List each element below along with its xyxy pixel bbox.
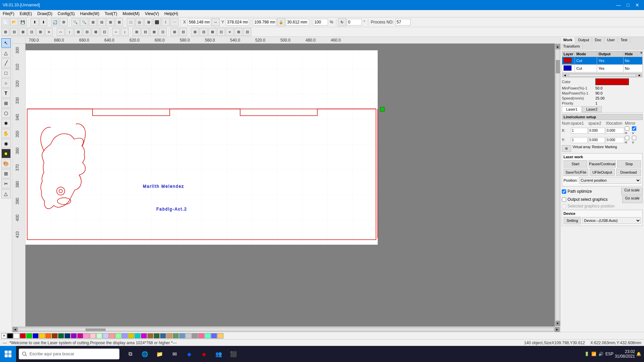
scroll-left-button[interactable]: ◄ <box>13 327 17 332</box>
extra-btn-7[interactable]: ⊟ <box>243 28 251 36</box>
lock-btn[interactable]: 🔒 <box>277 18 285 26</box>
grid-snap[interactable]: ⊟ <box>179 28 187 36</box>
color-value-swatch[interactable] <box>595 78 629 85</box>
layer-row-2[interactable]: Cut Yes No <box>562 65 643 72</box>
menu-draw[interactable]: Draw(D) <box>35 11 55 17</box>
open-button[interactable]: 📂 <box>10 18 18 26</box>
palette-magenta[interactable] <box>77 333 83 339</box>
x-mirror-v-label[interactable]: V <box>632 126 638 135</box>
node-btn-1[interactable]: ↔ <box>112 28 120 36</box>
minimize-button[interactable]: — <box>614 1 623 9</box>
align-btn-5[interactable]: ⊞ <box>36 28 44 36</box>
tab-work[interactable]: Work <box>560 37 575 43</box>
view-group[interactable]: ⋯ <box>170 18 178 26</box>
scroll-right-button[interactable]: ► <box>555 327 559 332</box>
palette-white[interactable] <box>13 333 19 339</box>
start-button-taskbar[interactable] <box>0 346 16 362</box>
curve-tool[interactable]: △ <box>1 189 11 198</box>
palette-salmon[interactable] <box>109 333 115 339</box>
transform-btn-6[interactable]: ⊡ <box>100 28 108 36</box>
hand-tool[interactable]: ✋ <box>1 129 11 138</box>
palette-dark-green[interactable] <box>58 333 64 339</box>
align-btn-2[interactable]: ⊟ <box>10 28 18 36</box>
position-select[interactable]: Current position <box>579 177 641 184</box>
x-mirror-h-label[interactable]: H <box>625 126 631 135</box>
x-num-input[interactable] <box>571 128 588 134</box>
palette-tan[interactable] <box>147 333 153 339</box>
rect-tool[interactable]: □ <box>1 68 11 78</box>
eraser-tool[interactable]: ◉ <box>1 139 11 148</box>
layer-hide-1[interactable]: No <box>623 57 642 65</box>
menu-tool[interactable]: Tool(T) <box>102 11 120 17</box>
menu-help[interactable]: Help(H) <box>162 11 181 17</box>
polygon-tool[interactable]: ⬡ <box>1 109 11 118</box>
cut-tool[interactable]: ✂ <box>1 179 11 188</box>
layer-row-1[interactable]: Cut Yes No <box>562 57 643 65</box>
palette-purple[interactable] <box>71 333 77 339</box>
print-button[interactable]: 🔄 <box>51 18 59 26</box>
start-button[interactable]: Start <box>564 160 587 168</box>
node-edit-tool[interactable]: △ <box>1 48 11 58</box>
menu-handle[interactable]: Handle(W) <box>77 11 102 17</box>
edge-icon[interactable]: 🌐 <box>138 347 152 361</box>
palette-yellow[interactable] <box>39 333 45 339</box>
transform-btn-2[interactable]: ↕ <box>65 28 73 36</box>
save-button[interactable]: 💾 <box>19 18 27 26</box>
layer-scroll-right[interactable]: ► <box>637 73 643 77</box>
go-scale-button[interactable]: Go scale <box>622 196 643 203</box>
zoom-in-button[interactable]: 🔍 <box>71 18 79 26</box>
palette-red[interactable] <box>20 333 26 339</box>
menu-file[interactable]: File(F) <box>0 11 17 17</box>
palette-black[interactable] <box>7 333 13 339</box>
view-monitor[interactable]: 🖥 <box>144 18 152 26</box>
close-button[interactable]: ✕ <box>633 1 641 9</box>
cut-scale-button[interactable]: Cut scale <box>621 188 643 195</box>
notification-icon[interactable]: 🔔 <box>636 352 641 356</box>
zoom-fit2-button[interactable]: ⊟ <box>98 18 106 26</box>
layer-color-1[interactable] <box>562 57 575 65</box>
zoom-all-button[interactable]: ⊠ <box>115 18 123 26</box>
text-tool[interactable]: T <box>1 88 11 98</box>
download-button[interactable]: Download <box>616 169 641 176</box>
y-space2-input[interactable] <box>606 137 624 143</box>
transform-btn-3[interactable]: ⊞ <box>74 28 82 36</box>
tab-transform[interactable]: Transform <box>560 43 583 49</box>
text-align-j[interactable]: ⊡ <box>159 28 167 36</box>
layer-output-1[interactable]: Yes <box>597 57 624 65</box>
palette-brown[interactable] <box>52 333 58 339</box>
y-mirror-v-label[interactable]: V <box>632 136 638 144</box>
zoom-out-button[interactable]: 🔍 <box>80 18 88 26</box>
layer-color-2[interactable] <box>562 65 575 72</box>
y-mirror-h-check[interactable] <box>625 136 629 140</box>
dropbox-icon[interactable]: ◆ <box>182 347 196 361</box>
zoom-fit-button[interactable]: ⊞ <box>89 18 97 26</box>
palette-light-gray[interactable] <box>185 333 192 339</box>
rotate-btn[interactable]: ↻ <box>338 18 346 26</box>
y-space1-input[interactable] <box>588 137 605 143</box>
rotate-angle-input[interactable] <box>347 19 362 25</box>
extra-btn-6[interactable]: ⊞ <box>234 28 243 36</box>
coord-x-input[interactable] <box>187 19 211 25</box>
taskbar-clock[interactable]: 23:02 31/08/2021 <box>615 349 635 359</box>
align-btn-1[interactable]: ⊞ <box>1 28 9 36</box>
marking-btn[interactable]: Marking <box>605 145 617 152</box>
menu-config[interactable]: Config(S) <box>55 11 77 17</box>
y-mirror-h-label[interactable]: H <box>625 136 631 144</box>
layer-hide-2[interactable]: No <box>623 65 642 72</box>
palette-cornflower[interactable] <box>179 333 185 339</box>
size-w-input[interactable] <box>253 19 276 25</box>
app2-icon[interactable]: ⬛ <box>227 347 240 361</box>
x-space1-input[interactable] <box>588 128 605 134</box>
y-mirror-v-check[interactable] <box>632 136 636 140</box>
pause-button[interactable]: Pause/Continue <box>589 160 615 168</box>
view-opt[interactable]: ◎ <box>136 18 144 26</box>
color-tool[interactable]: 🎨 <box>1 159 11 168</box>
menu-edit[interactable]: Edit(E) <box>17 11 35 17</box>
taskbar-search[interactable]: Escribe aquí para buscar <box>19 349 119 359</box>
coord-x-btn[interactable]: ↔ <box>212 18 220 26</box>
x-mirror-h-check[interactable] <box>625 126 629 131</box>
palette-periwinkle[interactable] <box>211 333 217 339</box>
transform-btn-1[interactable]: ↔ <box>57 28 65 36</box>
palette-lavender[interactable] <box>122 333 128 339</box>
palette-olive[interactable] <box>128 333 134 339</box>
